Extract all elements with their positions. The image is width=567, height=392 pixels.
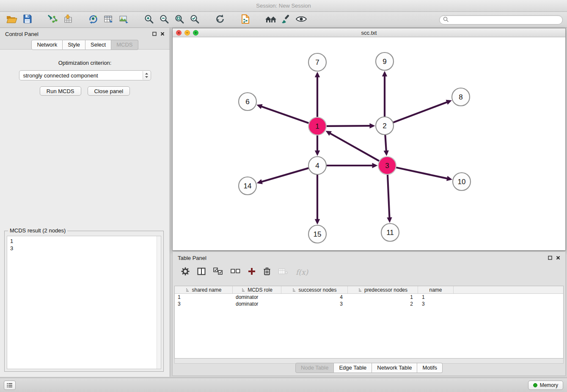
tab-style[interactable]: Style (63, 40, 85, 50)
graph-edge-1-2[interactable] (326, 126, 371, 126)
column-header-predecessor-nodes[interactable]: predecessor nodes (348, 286, 418, 293)
column-type-icon (241, 288, 245, 292)
table-row[interactable]: 3 dominator 3 2 3 (175, 301, 563, 307)
zoom-in-icon (144, 14, 154, 26)
graph-node-label: 2 (383, 122, 386, 130)
list-icon (7, 383, 13, 388)
criterion-dropdown[interactable]: strongly connected component (19, 70, 151, 80)
graph-edge-3-11[interactable] (388, 174, 390, 219)
deselect-all-icon[interactable] (231, 268, 240, 277)
open-file-button[interactable] (4, 14, 19, 26)
tab-network-table[interactable]: Network Table (372, 363, 417, 373)
graph-edge-arrowhead (372, 163, 378, 168)
save-session-button[interactable] (19, 14, 35, 26)
column-header-successor-nodes[interactable]: successor nodes (281, 286, 348, 293)
search-input[interactable] (451, 17, 559, 23)
export-image-button[interactable] (116, 14, 131, 26)
image-export-icon (118, 14, 129, 25)
mcds-result-item[interactable]: 3 (10, 245, 158, 252)
tab-edge-table[interactable]: Edge Table (334, 363, 372, 373)
control-panel: Control Panel Network Style Select MCDS … (0, 28, 170, 377)
graph-edge-4-14[interactable] (261, 168, 309, 182)
memory-button[interactable]: Memory (528, 381, 563, 390)
cell-name[interactable]: 1 (418, 294, 454, 300)
refresh-icon (215, 14, 225, 26)
mcds-result-list[interactable]: 1 3 (7, 236, 161, 369)
graph-edge-arrowhead (315, 72, 320, 77)
column-header-name[interactable]: name (418, 286, 454, 293)
import-network-icon (47, 14, 58, 25)
zoom-fit-button[interactable] (172, 14, 187, 26)
cell-mcds-role[interactable]: dominator (233, 294, 281, 300)
tab-motifs[interactable]: Motifs (417, 363, 443, 373)
graph-edge-2-3[interactable] (385, 135, 386, 152)
zoom-out-button[interactable] (157, 14, 172, 26)
float-panel-icon[interactable] (548, 256, 552, 260)
close-panel-button[interactable]: Close panel (88, 86, 130, 96)
dropdown-stepper-icon (143, 71, 150, 80)
new-table-button[interactable] (101, 14, 116, 26)
zoom-fit-icon (174, 14, 184, 26)
column-header-shared-name[interactable]: shared name (175, 286, 233, 293)
zoom-window-icon[interactable] (193, 30, 198, 36)
delete-column-icon[interactable] (263, 267, 271, 277)
mcds-result-group: MCDS result (2 nodes) 1 3 (4, 231, 164, 372)
import-table-button[interactable] (60, 14, 75, 26)
clipboard-network-button[interactable] (238, 14, 253, 26)
cell-predecessor-nodes[interactable]: 2 (348, 301, 418, 307)
refresh-layout-button[interactable] (212, 14, 228, 26)
result-list-scrollbar[interactable] (157, 236, 161, 369)
minimize-window-icon[interactable] (184, 30, 190, 36)
select-all-icon[interactable] (213, 268, 223, 277)
import-network-button[interactable] (45, 14, 60, 26)
table-settings-gear-icon[interactable] (181, 267, 190, 277)
table-panel-header: Table Panel (173, 252, 565, 264)
first-neighbors-button[interactable] (85, 14, 101, 26)
document-network-icon (241, 14, 250, 26)
open-folder-icon (6, 14, 17, 25)
status-bar: Memory (0, 378, 567, 392)
tab-select[interactable]: Select (85, 40, 111, 50)
add-column-icon[interactable] (248, 268, 256, 277)
cell-shared-name[interactable]: 1 (175, 294, 233, 300)
graph-edge-arrowhead (382, 71, 387, 77)
show-hide-button[interactable] (294, 14, 309, 26)
function-builder-button[interactable]: f(x) (296, 268, 308, 276)
graph-edge-arrowhead (315, 219, 320, 225)
close-panel-icon[interactable] (556, 256, 560, 260)
mcds-result-item[interactable]: 1 (10, 237, 158, 245)
search-box[interactable] (439, 15, 563, 25)
network-graph[interactable]: 7968124314101511 (173, 37, 565, 250)
close-window-icon[interactable] (176, 30, 182, 36)
close-panel-icon[interactable] (160, 32, 165, 36)
table-row[interactable]: 1 dominator 4 1 1 (175, 294, 563, 301)
run-mcds-button[interactable]: Run MCDS (40, 86, 81, 96)
table-arrow-icon (103, 14, 113, 25)
zoom-in-button[interactable] (141, 14, 157, 26)
style-brush-button[interactable] (278, 14, 294, 26)
home-button[interactable] (263, 14, 278, 26)
zoom-selected-button[interactable] (187, 14, 202, 26)
show-columns-icon[interactable] (197, 268, 206, 277)
graph-edge-3-1[interactable] (329, 133, 379, 161)
column-header-mcds-role[interactable]: MCDS role (233, 286, 281, 293)
cell-predecessor-nodes[interactable]: 1 (348, 294, 418, 300)
tab-network[interactable]: Network (31, 40, 63, 50)
cell-successor-nodes[interactable]: 4 (281, 294, 348, 300)
graph-edge-arrowhead (369, 123, 375, 128)
tab-mcds[interactable]: MCDS (111, 40, 138, 50)
graph-edge-2-8[interactable] (393, 102, 448, 122)
cell-name[interactable]: 3 (418, 301, 454, 307)
network-canvas[interactable]: 7968124314101511 (173, 37, 565, 250)
graph-edge-3-10[interactable] (396, 167, 449, 179)
graph-node-label: 10 (458, 178, 466, 186)
cell-mcds-role[interactable]: dominator (233, 301, 281, 307)
graph-edge-1-6[interactable] (261, 106, 309, 123)
table-panel-title: Table Panel (178, 255, 206, 261)
network-window-titlebar[interactable]: scc.txt (173, 28, 565, 37)
cell-shared-name[interactable]: 3 (175, 301, 233, 307)
tab-node-table[interactable]: Node Table (295, 363, 334, 373)
float-panel-icon[interactable] (152, 32, 157, 36)
cell-successor-nodes[interactable]: 3 (281, 301, 348, 307)
task-history-button[interactable] (4, 381, 16, 390)
